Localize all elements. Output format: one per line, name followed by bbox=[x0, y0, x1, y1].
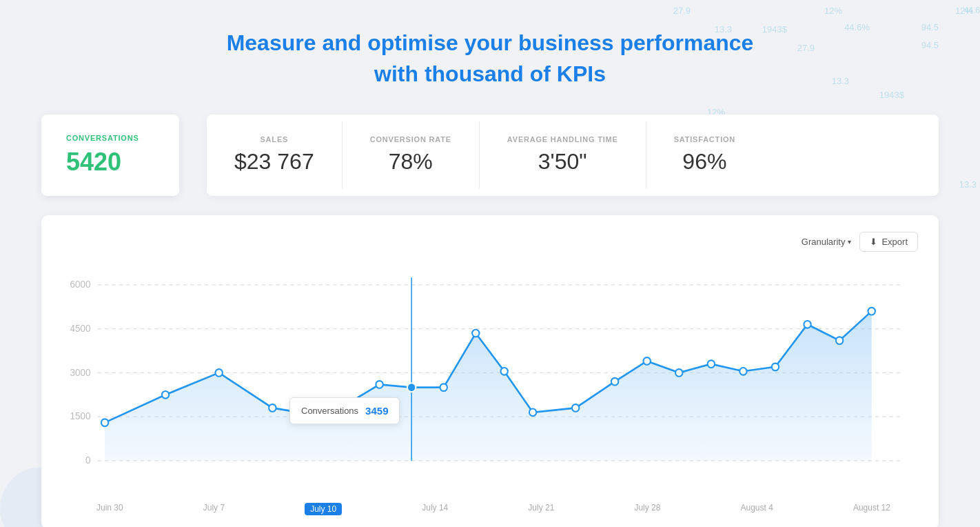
conversations-value: 5420 bbox=[66, 148, 121, 177]
data-point bbox=[804, 321, 810, 328]
data-point bbox=[440, 384, 447, 391]
data-point bbox=[162, 391, 169, 399]
kpi-items-group: SALES $23 767 CONVERSION RATE 78% AVERAG… bbox=[207, 115, 939, 196]
conversion-rate-label: CONVERSION RATE bbox=[370, 135, 451, 143]
data-point bbox=[708, 360, 715, 368]
data-point bbox=[739, 368, 746, 375]
x-label-august4: August 4 bbox=[740, 503, 773, 515]
data-point bbox=[836, 337, 843, 344]
download-icon: ⬇ bbox=[870, 237, 877, 247]
sales-value: $23 767 bbox=[234, 149, 314, 175]
data-point bbox=[868, 307, 875, 315]
granularity-button[interactable]: Granularity ▾ bbox=[802, 237, 852, 247]
x-label-juin30: Juin 30 bbox=[96, 503, 123, 515]
x-label-july21: July 21 bbox=[528, 503, 554, 515]
export-label: Export bbox=[881, 237, 908, 247]
sales-kpi: SALES $23 767 bbox=[207, 121, 342, 188]
x-axis-labels: Juin 30 July 7 July 10 July 14 July 21 J… bbox=[62, 503, 918, 515]
active-data-point bbox=[407, 383, 416, 392]
chart-header: Granularity ▾ ⬇ Export bbox=[62, 232, 918, 252]
svg-text:6000: 6000 bbox=[70, 279, 90, 290]
data-point bbox=[376, 381, 382, 388]
data-point bbox=[472, 329, 479, 337]
kpi-row: CONVERSATIONS 5420 SALES $23 767 CONVERS… bbox=[41, 115, 939, 196]
data-point bbox=[772, 363, 779, 370]
avg-handling-time-kpi: AVERAGE HANDLING TIME 3'50" bbox=[479, 121, 646, 188]
x-label-july10-active: July 10 bbox=[305, 503, 342, 515]
data-point bbox=[323, 412, 329, 420]
chart-wrapper: 6000 4500 3000 1500 0 bbox=[62, 263, 918, 500]
chart-container: Granularity ▾ ⬇ Export bbox=[41, 215, 939, 527]
chart-area bbox=[105, 311, 872, 461]
data-point bbox=[269, 404, 276, 412]
svg-text:3000: 3000 bbox=[70, 367, 90, 377]
data-point bbox=[529, 408, 536, 416]
conversations-label: CONVERSATIONS bbox=[66, 134, 139, 142]
data-point bbox=[501, 368, 508, 375]
hero-section: Measure and optimise your business perfo… bbox=[41, 28, 939, 90]
data-point bbox=[675, 369, 682, 377]
x-label-august12: August 12 bbox=[853, 503, 890, 515]
x-label-july14: July 14 bbox=[422, 503, 448, 515]
x-label-july28: July 28 bbox=[634, 503, 660, 515]
satisfaction-value: 96% bbox=[682, 149, 726, 175]
satisfaction-kpi: SATISFACTION 96% bbox=[646, 121, 763, 188]
avg-handling-time-value: 3'50" bbox=[538, 149, 587, 175]
line-chart: 6000 4500 3000 1500 0 bbox=[62, 263, 918, 497]
x-label-july7: July 7 bbox=[203, 503, 225, 515]
export-button[interactable]: ⬇ Export bbox=[859, 232, 918, 252]
hero-title: Measure and optimise your business perfo… bbox=[41, 28, 939, 90]
chevron-down-icon: ▾ bbox=[848, 238, 851, 246]
svg-text:4500: 4500 bbox=[70, 323, 90, 333]
data-point bbox=[572, 404, 579, 412]
data-point bbox=[611, 377, 618, 385]
data-point bbox=[216, 369, 223, 377]
granularity-label: Granularity bbox=[802, 237, 846, 247]
avg-handling-time-label: AVERAGE HANDLING TIME bbox=[507, 135, 618, 143]
conversion-rate-kpi: CONVERSION RATE 78% bbox=[342, 121, 479, 188]
conversion-rate-value: 78% bbox=[389, 149, 433, 175]
svg-text:0: 0 bbox=[85, 455, 91, 466]
data-point bbox=[101, 419, 108, 426]
conversations-kpi-card: CONVERSATIONS 5420 bbox=[41, 115, 179, 196]
svg-text:1500: 1500 bbox=[70, 411, 90, 421]
data-point bbox=[644, 357, 651, 365]
satisfaction-label: SATISFACTION bbox=[674, 135, 735, 143]
sales-label: SALES bbox=[260, 135, 288, 143]
